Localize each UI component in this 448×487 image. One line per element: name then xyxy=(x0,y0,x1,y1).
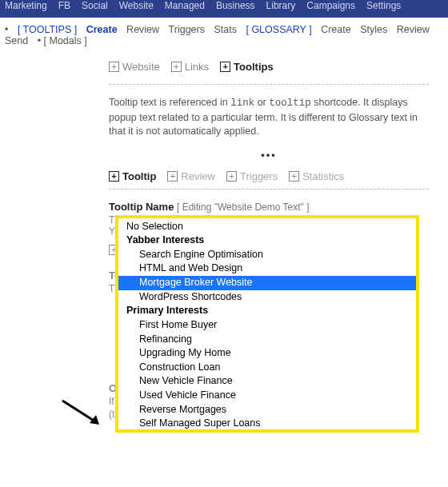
plus-icon: + xyxy=(167,171,178,182)
ellipsis-icon: ••• xyxy=(109,149,429,161)
tab-label: Statistics xyxy=(302,170,344,182)
optgroup-label: Yabber Interests xyxy=(118,234,416,248)
tab-statistics[interactable]: + Statistics xyxy=(289,170,344,182)
section-tabs: + Tooltip + Review + Triggers + Statisti… xyxy=(109,170,429,182)
crumb-create[interactable]: Create xyxy=(86,24,118,35)
tab-website[interactable]: + Website xyxy=(109,61,160,73)
code: tooltip xyxy=(269,98,311,109)
svg-line-0 xyxy=(62,401,98,423)
plus-icon: + xyxy=(109,62,119,72)
top-nav: Marketing FB Social Website Managed Busi… xyxy=(0,0,448,18)
crumb-link[interactable]: Send xyxy=(5,35,28,46)
dropdown-option[interactable]: First Home Buyer xyxy=(118,318,416,333)
crumb-group[interactable]: [ GLOSSARY ] xyxy=(246,24,311,35)
crumb-link[interactable]: Review xyxy=(397,24,430,35)
nav-item[interactable]: Campaigns xyxy=(306,0,355,11)
crumb-group[interactable]: [ TOOLTIPS ] xyxy=(18,24,77,35)
code: link xyxy=(230,98,254,109)
optgroup-label: Primary Interests xyxy=(118,304,416,318)
dropdown-option[interactable]: Mortgage Broker Website xyxy=(118,276,416,290)
tab-label: Review xyxy=(181,170,215,182)
dropdown-option[interactable]: Self Managed Super Loans xyxy=(118,417,416,429)
dropdown-option[interactable]: New Vehicle Finance xyxy=(118,374,416,389)
crumb-link[interactable]: Review xyxy=(126,24,159,35)
divider xyxy=(109,189,429,190)
dropdown-option[interactable]: Used Vehicle Finance xyxy=(118,389,416,403)
crumb-link[interactable]: Create xyxy=(321,24,351,35)
sub-tabs: + Website + Links + Tooltips xyxy=(109,56,429,81)
nav-item[interactable]: Marketing xyxy=(5,0,47,11)
divider xyxy=(109,84,429,85)
dropdown-option[interactable]: Reverse Mortgages xyxy=(118,403,416,417)
tab-label: Triggers xyxy=(240,170,278,182)
nav-item[interactable]: FB xyxy=(58,0,70,11)
svg-marker-1 xyxy=(90,415,99,425)
arrow-annotation xyxy=(61,397,106,429)
nav-item[interactable]: Social xyxy=(82,0,108,11)
plus-icon: + xyxy=(226,171,237,182)
crumb-link[interactable]: Stats xyxy=(214,24,237,35)
description: Tooltip text is referenced in link or to… xyxy=(109,96,429,139)
tab-triggers[interactable]: + Triggers xyxy=(226,170,278,182)
breadcrumb: • [ TOOLTIPS ] Create Review Triggers St… xyxy=(0,18,448,53)
tab-label: Tooltips xyxy=(234,61,274,73)
tab-label: Links xyxy=(185,61,209,73)
nav-item[interactable]: Business xyxy=(216,0,255,11)
nav-item[interactable]: Website xyxy=(119,0,154,11)
dropdown-listbox[interactable]: No SelectionYabber InterestsSearch Engin… xyxy=(115,215,419,433)
tab-links[interactable]: + Links xyxy=(171,61,209,73)
crumb-link[interactable]: Triggers xyxy=(169,24,205,35)
crumb-link[interactable]: Styles xyxy=(360,24,387,35)
dropdown-option[interactable]: Search Engine Optimisation xyxy=(118,248,416,262)
tab-tooltips[interactable]: + Tooltips xyxy=(220,61,274,73)
dropdown-option[interactable]: Construction Loan xyxy=(118,361,416,375)
nav-item[interactable]: Library xyxy=(266,0,296,11)
nav-item[interactable]: Settings xyxy=(366,0,401,11)
tab-label: Tooltip xyxy=(122,170,156,182)
crumb-dot: • xyxy=(5,24,8,35)
dropdown-option[interactable]: Refinancing xyxy=(118,333,416,347)
form-area: Tooltip Name [ Editing "Website Demo Tex… xyxy=(109,201,429,488)
dropdown-option[interactable]: No Selection xyxy=(118,220,416,234)
dropdown-option[interactable]: WordPress Shortcodes xyxy=(118,290,416,305)
tab-review[interactable]: + Review xyxy=(167,170,215,182)
dropdown-option[interactable]: Upgrading My Home xyxy=(118,346,416,361)
field-label: Tooltip Name [ Editing "Website Demo Tex… xyxy=(109,201,429,213)
plus-icon: + xyxy=(171,62,182,72)
crumb-tail[interactable]: • [ Modals ] xyxy=(38,35,87,46)
plus-icon: + xyxy=(289,171,299,182)
tab-label: Website xyxy=(122,61,160,73)
tab-tooltip[interactable]: + Tooltip xyxy=(109,170,156,182)
nav-item[interactable]: Managed xyxy=(165,0,205,11)
plus-icon: + xyxy=(109,171,119,182)
plus-icon: + xyxy=(220,62,230,72)
editing-note: [ Editing "Website Demo Text" ] xyxy=(177,202,309,213)
dropdown-option[interactable]: HTML and Web Design xyxy=(118,261,416,276)
